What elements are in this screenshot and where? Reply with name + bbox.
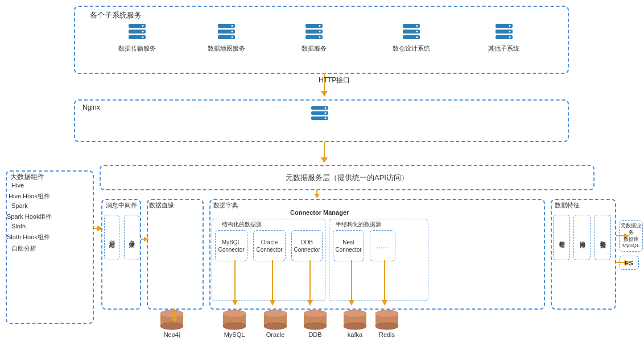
more-connector-label: …… — [377, 243, 389, 249]
bigdata-item-spark: Spark — [11, 202, 28, 209]
svg-point-70 — [264, 323, 287, 330]
svg-point-9 — [232, 25, 233, 27]
db-svg-redis — [373, 310, 401, 331]
nginx-label: Nginx — [82, 103, 100, 111]
svg-point-78 — [344, 323, 366, 330]
svg-marker-85 — [314, 194, 320, 198]
svg-point-10 — [232, 31, 233, 32]
db-redis: Redis — [373, 310, 401, 338]
svg-marker-31 — [321, 91, 328, 97]
lineage-box — [147, 199, 204, 310]
server-icon-5: 其他子系统 — [488, 22, 519, 53]
svg-point-28 — [509, 31, 510, 32]
svg-point-21 — [416, 25, 418, 27]
svg-point-74 — [304, 323, 327, 330]
server-icon-2: 数据地图服务 — [208, 22, 245, 53]
oracle-connector-box: OracleConnector — [253, 230, 286, 261]
oracle-connector-label: OracleConnector — [256, 239, 282, 253]
db-svg-mysql — [221, 310, 248, 331]
meta-service-box: 元数据服务层（提供统一的API访问） — [100, 165, 595, 190]
arrow-lineage-down — [171, 309, 179, 326]
mysql-connector-box: MySQLConnector — [215, 230, 247, 261]
arrow-mysql-connector — [231, 260, 239, 310]
svg-marker-57 — [349, 300, 354, 306]
lineage-label: 数据血缘 — [149, 201, 174, 210]
server-label-2: 数据地图服务 — [208, 44, 245, 53]
svg-point-35 — [325, 107, 327, 109]
bigdata-item-spark-hook: Spark Hook组件 — [7, 212, 52, 221]
msg-process-box: 消息处理 — [104, 215, 119, 260]
db-label-neo4j: Neo4j — [164, 331, 180, 338]
svg-point-67 — [223, 310, 246, 317]
svg-point-3 — [142, 25, 144, 27]
server-svg-5 — [493, 22, 515, 43]
nest-connector-box: NestConnector — [333, 230, 364, 261]
http-label: HTTP接口 — [319, 76, 350, 85]
nginx-server-svg — [309, 105, 331, 123]
tag-mgmt-label: 标签管理 — [558, 236, 565, 239]
ddb-connector-box: DDBConnector — [291, 230, 323, 261]
svg-point-23 — [416, 36, 418, 38]
access-heat-label: 访问热度 — [578, 236, 586, 239]
bigdata-item-hive: Hive — [11, 182, 24, 189]
db-label-oracle: Oracle — [266, 331, 284, 338]
bigdata-item-analysis: 自助分析 — [11, 244, 36, 253]
db-label-redis: Redis — [379, 331, 395, 338]
svg-point-11 — [232, 36, 233, 38]
server-icon-4: 数仓设计系统 — [393, 22, 430, 53]
server-svg-1 — [126, 22, 148, 43]
server-label-3: 数据服务 — [302, 44, 327, 53]
access-heat-box: 访问热度 — [573, 215, 591, 260]
svg-point-75 — [304, 310, 327, 317]
es-box: ES — [619, 256, 639, 270]
server-svg-4 — [401, 22, 422, 43]
top-systems-label: 各个子系统服务 — [90, 10, 142, 20]
lineage-clean-label: 血缘清理 — [128, 235, 136, 240]
more-connector-box: …… — [370, 230, 395, 261]
svg-marker-39 — [321, 157, 328, 163]
svg-point-22 — [416, 31, 418, 32]
server-label-1: 数据传输服务 — [118, 44, 156, 53]
meta-business-box: 元数据业务数据库MySQL — [619, 220, 643, 252]
connector-manager-label: Connector Manager — [290, 209, 349, 216]
server-svg-3 — [303, 22, 325, 43]
svg-point-37 — [325, 118, 327, 119]
svg-marker-51 — [232, 300, 238, 306]
data-search-box: 数据搜索 — [594, 215, 611, 260]
mysql-connector-label: MySQLConnector — [218, 239, 244, 253]
svg-marker-53 — [270, 300, 275, 306]
arrow-meta-down — [313, 190, 321, 201]
svg-point-82 — [375, 323, 398, 330]
svg-point-17 — [319, 36, 321, 38]
meta-business-label: 元数据业务数据库MySQL — [620, 223, 642, 249]
svg-point-27 — [509, 25, 510, 27]
structured-label: 结构化的数据源 — [222, 220, 262, 228]
arrow-more-connector — [381, 260, 389, 310]
db-label-kafka: kafka — [348, 331, 362, 338]
tag-mgmt-box: 标签管理 — [553, 215, 570, 260]
svg-point-15 — [319, 25, 321, 27]
arrow-nest-connector — [348, 260, 356, 310]
features-label: 数据特征 — [555, 201, 580, 210]
server-svg-2 — [216, 22, 237, 43]
db-oracle: Oracle — [262, 310, 289, 338]
bigdata-item-sloth: Sloth — [11, 223, 26, 230]
ddb-connector-label: DDBConnector — [294, 239, 320, 253]
bigdata-label: 大数据组件 — [10, 172, 44, 182]
server-label-5: 其他子系统 — [488, 44, 519, 53]
bigdata-item-sloth-hook: Sloth Hook组件 — [7, 233, 50, 241]
meta-service-label: 元数据服务层（提供统一的API访问） — [286, 173, 408, 183]
arrow-oracle-connector — [269, 260, 276, 310]
db-svg-oracle — [262, 310, 289, 331]
bigdata-item-hive-hook: Hive Hook组件 — [9, 192, 50, 201]
svg-point-36 — [325, 112, 327, 114]
db-svg-kafka — [341, 310, 369, 331]
msg-middleware-title: 消息中间件 — [104, 201, 139, 210]
msg-process-label: 消息处理 — [108, 235, 116, 240]
svg-point-71 — [264, 310, 287, 317]
server-icon-1: 数据传输服务 — [118, 22, 156, 53]
db-label-mysql: MySQL — [224, 331, 245, 338]
lineage-clean-box: 血缘清理 — [124, 215, 139, 260]
data-search-label: 数据搜索 — [598, 236, 606, 239]
server-label-4: 数仓设计系统 — [393, 44, 430, 53]
